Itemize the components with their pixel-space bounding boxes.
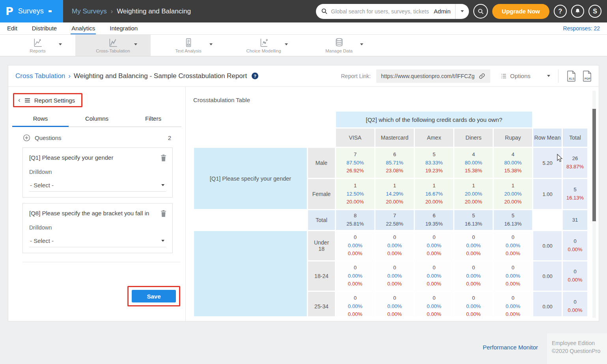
- upgrade-now-button[interactable]: Upgrade Now: [492, 4, 549, 19]
- search-submit-button[interactable]: [473, 4, 488, 19]
- delete-question-icon[interactable]: [160, 210, 167, 219]
- q2-question-header: [Q2] which of the following credit cards…: [336, 112, 532, 127]
- svg-text:XLS: XLS: [569, 77, 575, 80]
- chevron-down-icon: [161, 184, 164, 186]
- tab-columns[interactable]: Columns: [69, 115, 125, 127]
- export-pdf-button[interactable]: PDF: [582, 70, 592, 82]
- cell-male-mastercard: 685.71%23.08%: [375, 148, 414, 178]
- question-card-q8: [Q8] Please specify the age bracket you …: [22, 203, 173, 253]
- delete-question-icon[interactable]: [160, 154, 167, 163]
- crosstab-title: Crosstabulation Table: [193, 97, 250, 103]
- svg-text:PDF: PDF: [585, 77, 590, 80]
- report-link-box[interactable]: https://www.questionpro.com/t/lFFCZg: [376, 69, 490, 83]
- help-icon[interactable]: ?: [252, 73, 258, 79]
- cell-male-total: 2683.87%: [563, 148, 587, 178]
- settings-tabs: Rows Columns Filters: [12, 115, 181, 127]
- cell-total-amex: 619.35%: [415, 210, 453, 230]
- breadcrumb-my-surveys[interactable]: My Surveys: [72, 7, 107, 15]
- responses-count[interactable]: Responses: 22: [563, 22, 607, 34]
- nav-edit[interactable]: Edit: [6, 22, 18, 34]
- cell-2534-rupay: 00.00%0.00%: [494, 292, 532, 316]
- cell-total-mastercard: 722.58%: [375, 210, 414, 230]
- report-link-url[interactable]: https://www.questionpro.com/t/lFFCZg: [381, 73, 474, 79]
- nav-distribute[interactable]: Distribute: [31, 22, 58, 34]
- options-menu[interactable]: Options: [501, 73, 530, 79]
- row-label: Total: [308, 210, 335, 230]
- cell-2534-total: 00.00%: [563, 292, 587, 316]
- chevron-down-icon[interactable]: [59, 43, 62, 45]
- cell-1824-rupay: 00.00%0.00%: [494, 261, 532, 291]
- cell-male-amex: 583.33%19.23%: [415, 148, 453, 178]
- add-question-button[interactable]: [22, 134, 31, 142]
- questions-count: 2: [168, 134, 171, 141]
- annotation-highlight-save: Save: [127, 286, 180, 306]
- module-reports[interactable]: Reports: [0, 35, 75, 56]
- search-scope-dropdown[interactable]: [456, 4, 469, 19]
- cell-total-diners: 516.13%: [454, 210, 493, 230]
- global-search: Admin: [316, 4, 469, 19]
- avatar-letter: S: [593, 8, 597, 15]
- module-cross-tabulation[interactable]: Cross-Tabulation: [75, 35, 151, 56]
- report-settings-toggle[interactable]: ‹ Report Settings: [14, 94, 81, 106]
- performance-monitor-link[interactable]: Performance Monitor: [483, 344, 538, 351]
- cell-male-diners: 480.00%15.38%: [454, 148, 493, 178]
- scrollbar-thumb[interactable]: [592, 109, 596, 221]
- chevron-down-icon[interactable]: [285, 43, 288, 45]
- line-chart-icon: [108, 37, 118, 48]
- module-manage-data[interactable]: Manage Data: [301, 35, 377, 56]
- copyright-label: ©2020 QuestionPro: [552, 347, 603, 355]
- link-icon[interactable]: [478, 73, 486, 80]
- row-label: Male: [308, 148, 335, 178]
- cell-under18-visa: 00.00%0.00%: [336, 231, 374, 260]
- cell-1824-total: 00.00%: [563, 261, 587, 291]
- divider: [22, 262, 180, 262]
- drilldown-select[interactable]: - Select -: [29, 235, 166, 247]
- list-icon: [501, 73, 507, 79]
- module-choice-modelling[interactable]: Choice Modelling: [226, 35, 301, 56]
- cell-female-total: 516.13%: [563, 179, 587, 209]
- cell-1824-visa: 00.00%0.00%: [336, 261, 374, 291]
- crosstab-table: [Q2] which of the following credit cards…: [193, 110, 588, 316]
- chevron-down-icon: [161, 240, 164, 242]
- row-label: Female: [308, 179, 335, 209]
- help-button[interactable]: ?: [554, 5, 567, 18]
- breadcrumb-current-survey: Weighting and Balancing: [117, 7, 191, 15]
- chevron-down-icon[interactable]: [134, 43, 137, 45]
- tab-filters[interactable]: Filters: [125, 115, 181, 127]
- nav-integration[interactable]: Integration: [109, 22, 138, 34]
- cell-female-diners: 120.00%20.00%: [454, 179, 493, 209]
- options-label: Options: [510, 73, 530, 79]
- nav-analytics[interactable]: Analytics: [71, 22, 96, 34]
- drilldown-select[interactable]: - Select -: [29, 180, 166, 192]
- notifications-button[interactable]: [571, 5, 584, 18]
- chevron-down-icon[interactable]: [547, 75, 550, 77]
- vertical-scrollbar[interactable]: [592, 91, 596, 318]
- cell-total-total: 31: [563, 210, 587, 230]
- question-card-q1: [Q1] Please specify your gender Drilldow…: [22, 147, 173, 198]
- user-avatar[interactable]: S: [588, 5, 601, 18]
- q8-group-label: [194, 231, 307, 316]
- database-icon: [334, 37, 344, 48]
- question-text: [Q1] Please specify your gender: [29, 154, 159, 161]
- export-xls-button[interactable]: XLS: [566, 70, 577, 82]
- surveys-product-menu[interactable]: P Surveys: [0, 0, 63, 22]
- tab-rows[interactable]: Rows: [12, 115, 69, 127]
- module-text-analysis[interactable]: Text Analysis: [151, 35, 226, 56]
- cell-1824-diners: 00.00%0.00%: [454, 261, 493, 291]
- module-label: Reports: [30, 49, 45, 53]
- cell-under18-amex: 00.00%0.00%: [415, 231, 453, 260]
- row-label: Under 18: [308, 231, 335, 260]
- cell-male-rupay: 480.00%15.38%: [494, 148, 532, 178]
- table-row-male: [Q1] Please specify your gender Male 787…: [194, 148, 587, 178]
- cell-2534-visa: 00.00%0.00%: [336, 292, 374, 316]
- questions-label: Questions: [35, 134, 62, 141]
- cross-tabulation-link[interactable]: Cross Tabulation: [15, 72, 65, 80]
- chevron-down-icon[interactable]: [360, 43, 363, 45]
- search-input[interactable]: [331, 8, 429, 15]
- cell-male-row-mean: 5.20: [533, 148, 562, 178]
- cell-1824-row-mean: 0.00: [533, 261, 562, 291]
- save-button[interactable]: Save: [132, 290, 176, 302]
- col-header-rupay: Rupay: [494, 129, 532, 147]
- chevron-down-icon[interactable]: [209, 43, 213, 45]
- line-chart-icon: [33, 37, 43, 48]
